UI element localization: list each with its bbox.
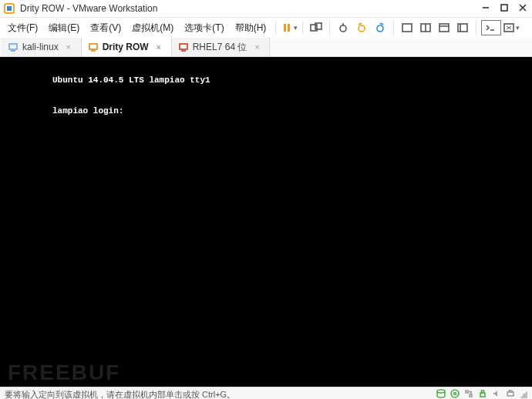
close-icon[interactable]: × [252, 42, 261, 52]
separator [476, 21, 476, 35]
terminal-line-1: Ubuntu 14.04.5 LTS lampiao tty1 [52, 75, 210, 85]
view-fullscreen-button[interactable] [454, 19, 471, 36]
stretch-button[interactable]: ▾ [503, 19, 520, 36]
separator [302, 21, 303, 35]
svg-rect-7 [288, 24, 290, 32]
app-icon [3, 2, 15, 15]
svg-point-12 [377, 25, 383, 32]
svg-rect-1 [7, 6, 12, 11]
vm-tab-label: kali-linux [22, 42, 59, 52]
disk-icon[interactable] [436, 389, 446, 399]
vm-icon [178, 42, 189, 52]
chevron-down-icon: ▾ [294, 24, 298, 32]
menu-file[interactable]: 文件(F) [3, 20, 42, 36]
console-button[interactable] [481, 20, 501, 35]
svg-point-29 [451, 390, 459, 397]
vm-icon [8, 42, 19, 52]
view-single-button[interactable] [399, 19, 416, 36]
vm-tab-label: RHEL7 64 位 [193, 41, 247, 54]
close-icon[interactable]: × [64, 42, 73, 52]
close-button[interactable] [518, 3, 527, 14]
menubar: 文件(F) 编辑(E) 查看(V) 虚拟机(M) 选项卡(T) 帮助(H) ▾ [0, 18, 532, 38]
svg-rect-13 [402, 24, 412, 32]
view-unity-button[interactable] [436, 19, 453, 36]
maximize-button[interactable] [500, 3, 509, 14]
network-icon[interactable] [464, 389, 473, 399]
svg-rect-36 [509, 391, 512, 392]
terminal-line-2: lampiao login: [52, 106, 123, 116]
vm-tab-drity-row[interactable]: Drity ROW × [82, 38, 172, 56]
separator [329, 21, 330, 35]
usb-icon[interactable] [478, 389, 487, 399]
terminal[interactable]: Ubuntu 14.04.5 LTS lampiao tty1 lampiao … [0, 57, 532, 387]
watermark-text: FREEBUF [8, 360, 120, 385]
minimize-button[interactable] [481, 3, 490, 14]
pause-button[interactable]: ▾ [281, 19, 298, 36]
printer-icon[interactable] [506, 389, 515, 399]
titlebar: Drity ROW - VMware Workstation [0, 0, 532, 18]
svg-point-30 [454, 393, 456, 395]
menu-view[interactable]: 查看(V) [86, 20, 126, 36]
menu-vm[interactable]: 虚拟机(M) [127, 20, 178, 36]
resize-grip[interactable] [520, 391, 527, 398]
svg-point-10 [340, 25, 346, 32]
svg-rect-31 [466, 391, 468, 393]
svg-rect-32 [470, 394, 472, 397]
close-icon[interactable]: × [154, 42, 163, 52]
cd-icon[interactable] [450, 389, 460, 399]
vm-tab-kali-linux[interactable]: kali-linux × [2, 38, 82, 56]
snapshot-button[interactable] [308, 19, 325, 36]
vm-tab-rhel7[interactable]: RHEL7 64 位 × [172, 38, 271, 56]
snapshot-take-button[interactable] [335, 19, 352, 36]
vm-tab-label: Drity ROW [103, 42, 149, 52]
svg-rect-26 [180, 44, 187, 49]
svg-rect-34 [482, 391, 484, 393]
svg-rect-22 [9, 44, 17, 49]
menu-tabs[interactable]: 选项卡(T) [180, 20, 228, 36]
view-multi-button[interactable] [417, 19, 434, 36]
snapshot-manage-button[interactable] [372, 19, 389, 36]
svg-rect-24 [89, 44, 97, 49]
menu-help[interactable]: 帮助(H) [231, 20, 271, 36]
svg-rect-6 [284, 24, 286, 32]
svg-rect-3 [501, 5, 507, 11]
vm-tabs: kali-linux × Drity ROW × RHEL7 64 位 × [0, 38, 532, 57]
chevron-down-icon: ▾ [516, 24, 520, 32]
terminal-output: Ubuntu 14.04.5 LTS lampiao tty1 lampiao … [52, 72, 210, 119]
snapshot-revert-button[interactable] [353, 19, 370, 36]
svg-point-28 [437, 390, 445, 393]
svg-rect-18 [458, 24, 467, 32]
svg-rect-16 [439, 24, 449, 32]
statusbar: 要将输入定向到该虚拟机，请在虚拟机内部单击或按 Ctrl+G。 [0, 387, 532, 399]
vm-icon [88, 42, 99, 52]
sound-icon[interactable] [492, 389, 501, 399]
menu-edit[interactable]: 编辑(E) [44, 20, 84, 36]
svg-point-11 [359, 25, 365, 32]
status-message: 要将输入定向到该虚拟机，请在虚拟机内部单击或按 Ctrl+G。 [5, 389, 436, 400]
separator [275, 21, 276, 35]
window-controls [481, 3, 527, 14]
status-device-icons [436, 389, 515, 399]
window-title: Drity ROW - VMware Workstation [20, 3, 481, 14]
separator [393, 21, 394, 35]
